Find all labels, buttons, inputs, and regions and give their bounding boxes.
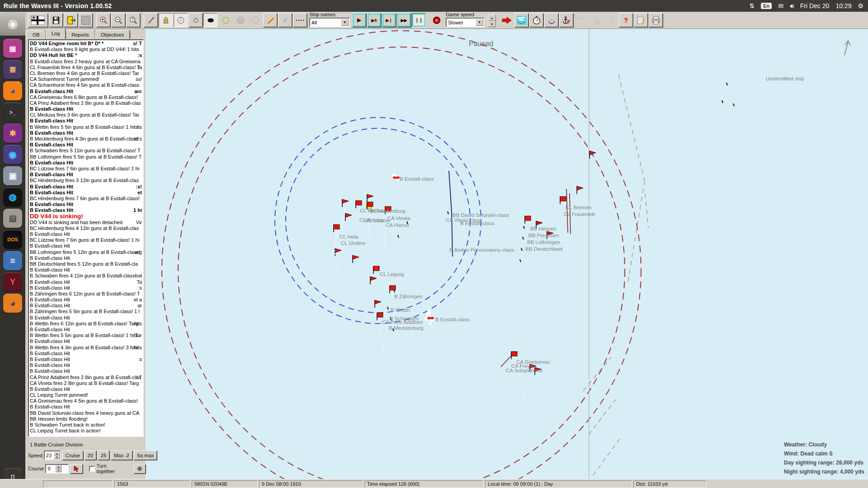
german-ensign-flag-icon[interactable]: [28, 13, 48, 27]
tab-log[interactable]: Log: [46, 29, 66, 39]
log-entry[interactable]: BC Lützow fires 7 6in guns at B Evstafi-…: [30, 166, 142, 172]
log-entry[interactable]: DD V44 Hull hit BE *:s: [30, 52, 142, 58]
friendly-ship-flag[interactable]: [367, 194, 373, 202]
friendly-ship-flag[interactable]: [511, 352, 517, 359]
log-entry[interactable]: B Evstafi-class Hit: [30, 255, 142, 261]
tab-ob[interactable]: OB: [27, 30, 46, 39]
log-entry[interactable]: BC Lützow fires 7 6in guns at B Evstafi-…: [30, 237, 142, 243]
course-down-icon[interactable]: ▼: [55, 469, 61, 472]
zoom-query-button[interactable]: ?: [126, 13, 140, 27]
friendly-ship-flag[interactable]: [345, 213, 352, 221]
zoom-in-button[interactable]: [96, 13, 110, 27]
log-entry[interactable]: B Evstafi-class Hitet a: [30, 297, 142, 303]
log-entry[interactable]: CA Gneisenau fires 6 8in guns at B Evsta…: [30, 94, 142, 100]
step-button[interactable]: ▶❘: [382, 13, 396, 27]
log-entry[interactable]: BC Hindenburg fires 3 12in guns at B Evs…: [30, 178, 142, 183]
gray-dashed-circle-button[interactable]: [248, 13, 262, 27]
speed-spinner[interactable]: ▲▼: [488, 14, 496, 27]
friendly-ship-flag[interactable]: [335, 249, 341, 256]
dock-item-archive-app[interactable]: ▤: [3, 209, 22, 228]
log-entry[interactable]: B Evstafi-class Hit: [30, 231, 142, 237]
dock-item-app-blue-swirl[interactable]: ◉: [3, 145, 22, 164]
log-entry[interactable]: B Evstafi-class Hit: [30, 130, 142, 136]
speed-down-icon[interactable]: ▼: [54, 455, 60, 459]
sq-max-button[interactable]: Sq max: [134, 450, 157, 460]
notes-button[interactable]: [634, 13, 648, 27]
log-entry[interactable]: B Evstafi-class Hit: [30, 404, 142, 410]
log-entry[interactable]: B Evstafi-class Hitarc: [30, 89, 142, 94]
friendly-ship-flag[interactable]: [356, 201, 362, 208]
ship-names-combo[interactable]: All ▼: [309, 18, 350, 27]
log-entry[interactable]: CA Prinz Adalbert fires 2 8in guns at B …: [30, 375, 142, 380]
log-entry[interactable]: B Wettin fires 6 12in guns at B Evstafi-…: [30, 321, 142, 327]
speed-stepper[interactable]: 23 ▲▼: [44, 450, 61, 460]
log-entry[interactable]: DD V44 is sinking!: [30, 213, 142, 219]
tactical-map[interactable]: Paused Unidentified shipB Evstafi-classC…: [146, 29, 868, 479]
max-minus-2-button[interactable]: Max -2: [111, 450, 132, 460]
log-entry[interactable]: B Evstafi-class Hit:s!: [30, 184, 142, 190]
log-entry[interactable]: B Evstafi-class Hit: [30, 315, 142, 321]
log-entry[interactable]: B Zähringen fires 5 5in guns at B Evstaf…: [30, 309, 142, 314]
dock-item-software-center[interactable]: ✱: [3, 124, 22, 143]
dash-home-button[interactable]: ◉: [0, 12, 25, 36]
log-entry[interactable]: B Wettin fires 5 5in guns at B Evstafi-c…: [30, 124, 142, 130]
friendly-ship-flag[interactable]: [560, 197, 566, 204]
friendly-ship-flag[interactable]: [370, 277, 377, 284]
set-course-button[interactable]: [70, 464, 83, 474]
stopwatch-button[interactable]: [529, 13, 543, 27]
dock-item-text-editor[interactable]: ≡: [3, 251, 22, 270]
dock-item-firefox[interactable]: ◕: [3, 81, 22, 100]
log-entry[interactable]: CL Leipzig Turret back in action!: [30, 428, 142, 434]
tray-date[interactable]: Fri Dec 20: [800, 2, 830, 9]
course-up-icon[interactable]: ▲: [55, 465, 61, 469]
log-entry[interactable]: BB David Solunski-class fires 4 heavy gu…: [30, 410, 142, 416]
log-entry[interactable]: B Zähringen fires 6 12in guns at B Evsta…: [30, 291, 142, 297]
mail-icon[interactable]: ✉: [778, 2, 783, 9]
gunnery-line-button[interactable]: [263, 13, 277, 27]
log-entry[interactable]: B Schwaben fires 5 11in guns at B Evstaf…: [30, 148, 142, 154]
speed-25-button[interactable]: 25: [98, 450, 109, 460]
speed-up-icon[interactable]: ▲: [54, 452, 60, 455]
log-entry[interactable]: BB Lothringen fires 5 12in guns at B Evs…: [30, 249, 142, 255]
log-entry[interactable]: B Evstafi-class Hit: [30, 243, 142, 249]
log-entry[interactable]: B Evstafi-class Hit:s: [30, 357, 142, 362]
log-entry[interactable]: BB Lothringen fires 5 5in guns at B Evst…: [30, 154, 142, 160]
tray-time[interactable]: 10:29: [835, 2, 851, 9]
friendly-ship-flag[interactable]: [375, 300, 381, 308]
friendly-ship-flag[interactable]: [373, 266, 379, 274]
log-entry[interactable]: B Evstafi-class Hit: [30, 118, 142, 124]
range-circle-small-button[interactable]: [189, 13, 203, 27]
log-entry[interactable]: CA Vineta fires 2 8in guns at B Evstafi-…: [30, 380, 142, 386]
exit-door-button[interactable]: [64, 13, 78, 27]
log-entry[interactable]: B Evstafi-class fires 9 light guns at DD…: [30, 47, 142, 52]
log-entry[interactable]: CL Bremen fires 4 6in guns at B Evstafi-…: [30, 70, 142, 76]
log-entry[interactable]: CA Scharnhorst fires 4 5in guns at B Evs…: [30, 82, 142, 88]
log-entry[interactable]: B Wettin fires 4 3in guns at B Evstafi-c…: [30, 345, 142, 351]
dock-item-wine[interactable]: Y: [3, 272, 22, 291]
torpedo-feather-button[interactable]: [278, 13, 292, 27]
log-entry[interactable]: CA Scharnhorst Turret jammed!ss!: [30, 76, 142, 82]
log-entry[interactable]: CL Frauenlob fires 4 6in guns at B Evsta…: [30, 65, 142, 70]
log-entry[interactable]: B Mecklenburg fires 4 3in guns at B Evst…: [30, 136, 142, 142]
green-circle-button[interactable]: [218, 13, 232, 27]
log-entry[interactable]: B Schwaben fires 4 11in guns at B Evstaf…: [30, 273, 142, 279]
log-entry[interactable]: B Evstafi-class Hit:s: [30, 285, 142, 291]
dark-oval-button[interactable]: [203, 13, 217, 27]
gray-ring-button[interactable]: [233, 13, 247, 27]
turn-together-checkbox[interactable]: [89, 466, 95, 472]
friendly-ship-flag[interactable]: [353, 255, 359, 263]
speed-20-button[interactable]: 20: [85, 450, 96, 460]
zoom-out-button[interactable]: [111, 13, 125, 27]
tab-objectives[interactable]: Objectives: [95, 30, 130, 39]
weather-map-button[interactable]: [514, 13, 528, 27]
session-gear-icon[interactable]: ⚙: [858, 2, 863, 9]
log-entry[interactable]: B Evstafi-class Hit: [30, 160, 142, 166]
chevron-down-icon[interactable]: ▼: [476, 19, 483, 26]
log-entry[interactable]: CL Leipzig Turret jammed!: [30, 392, 142, 398]
log-entry[interactable]: BC Hindenburg fires 7 6in guns at B Evst…: [30, 196, 142, 202]
log-entry[interactable]: B Evstafi-class Hit: [30, 362, 142, 368]
lock-view-button[interactable]: [159, 13, 173, 27]
log-entry[interactable]: CA Prinz Adalbert fires 2 8in guns at B …: [30, 100, 142, 106]
keyboard-layout-indicator[interactable]: En: [761, 3, 772, 9]
log-entry[interactable]: B Evstafi-class Hit: [30, 142, 142, 148]
